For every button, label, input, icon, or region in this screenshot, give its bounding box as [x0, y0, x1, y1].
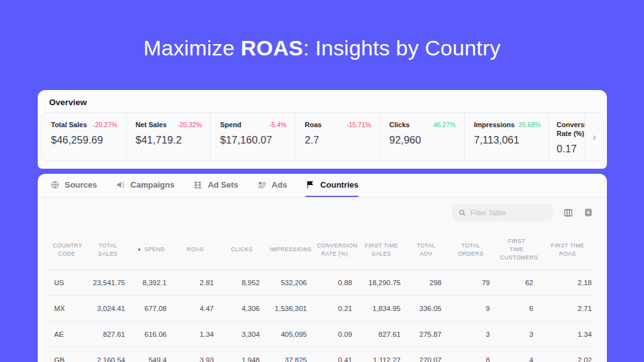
cell-first-time-sales: 827.61: [357, 322, 406, 348]
cell-impressions: 532,206: [265, 270, 312, 296]
cell-conversion-rate: 0.41: [312, 348, 357, 362]
column-header-first-time-sales[interactable]: First Time Sales: [357, 231, 406, 270]
metric-value: $17,160.07: [220, 134, 287, 146]
metric-card-spend: Spend-5.4%$17,160.07: [211, 113, 296, 161]
tab-bar: SourcesCampaignsAd SetsAdsCountries: [38, 174, 607, 197]
cell-first-time-sales: 1,834.95: [357, 296, 406, 322]
metric-label: Spend: [220, 121, 242, 130]
column-header-total-aov[interactable]: Total AOV: [406, 231, 447, 270]
metric-change-badge: -15.71%: [347, 121, 371, 128]
cell-country-code: US: [48, 270, 86, 296]
metric-label: Conversion Rate (%): [557, 121, 586, 139]
column-header-total-orders[interactable]: Total Orders: [447, 231, 495, 270]
cell-spend: 549.4: [130, 348, 172, 362]
metric-value: 7,113,061: [474, 134, 541, 146]
page-background: Maximize ROAS: Insights by Country Overv…: [0, 0, 644, 362]
cell-first-time-roas: 1.34: [538, 322, 597, 348]
table-row-gb: GB2,160.54549.43.931,94837,8250.411,112.…: [48, 348, 597, 362]
metric-card-roas: Roas-15.71%2.7: [296, 113, 380, 161]
cell-total-aov: 275.87: [406, 322, 447, 348]
cell-total-sales: 23,541.75: [86, 270, 130, 296]
column-header-spend[interactable]: ▼ Spend: [130, 231, 172, 270]
page-title-suffix: : Insights by Country: [303, 36, 501, 60]
column-header-total-sales[interactable]: Total Sales: [86, 231, 130, 270]
table-header-row: Country CodeTotal Sales▼ SpendRoasClicks…: [48, 231, 597, 270]
column-header-country-code[interactable]: Country Code: [48, 231, 86, 270]
metric-value: 2.7: [305, 134, 372, 146]
cell-impressions: 1,536,301: [265, 296, 312, 322]
grid-icon: [193, 180, 203, 189]
cell-spend: 616.06: [130, 322, 172, 348]
columns-button[interactable]: [563, 208, 574, 218]
cell-total-sales: 827.61: [86, 322, 130, 348]
cell-conversion-rate: 0.09: [312, 322, 357, 348]
metric-value: $41,719.2: [136, 134, 203, 146]
tab-label: Ads: [272, 180, 287, 189]
table-panel: SourcesCampaignsAd SetsAdsCountries Coun…: [38, 174, 607, 362]
export-file-icon: [584, 208, 593, 217]
filter-table-input[interactable]: [470, 209, 547, 217]
cell-first-time-customers: 62: [495, 270, 538, 296]
metric-value: 92,960: [389, 134, 456, 146]
cell-clicks: 3,304: [219, 322, 265, 348]
cell-first-time-customers: 3: [495, 322, 538, 348]
table-toolbar: [38, 197, 607, 227]
tab-label: Countries: [320, 180, 358, 189]
tab-campaigns[interactable]: Campaigns: [116, 174, 174, 197]
column-header-conversion-rate[interactable]: Conversion Rate (%): [312, 231, 357, 270]
metric-label: Roas: [305, 121, 322, 130]
metric-card-total-sales: Total Sales-20.27%$46,259.69: [42, 113, 126, 161]
columns-icon: [563, 208, 574, 218]
cell-clicks: 8,952: [219, 270, 265, 296]
table-row-ae: AE827.61616.061.343,304405,0950.09827.61…: [48, 322, 597, 348]
column-header-roas[interactable]: Roas: [172, 231, 219, 270]
tab-countries[interactable]: Countries: [306, 174, 358, 197]
countries-table: Country CodeTotal Sales▼ SpendRoasClicks…: [48, 231, 597, 362]
table-body: Country CodeTotal Sales▼ SpendRoasClicks…: [38, 197, 607, 362]
cell-roas: 1.34: [172, 322, 219, 348]
tab-ad-sets[interactable]: Ad Sets: [193, 174, 238, 197]
column-header-clicks[interactable]: Clicks: [219, 231, 265, 270]
tab-ads[interactable]: Ads: [257, 174, 287, 197]
overview-panel: Overview Total Sales-20.27%$46,259.69Net…: [38, 90, 607, 169]
cell-total-orders: 79: [447, 270, 495, 296]
cell-roas: 3.93: [172, 348, 219, 362]
column-header-first-time-customers[interactable]: First Time Customers: [495, 231, 538, 270]
cell-total-aov: 298: [406, 270, 447, 296]
page-title-bold: ROAS: [241, 36, 303, 60]
tab-sources[interactable]: Sources: [50, 174, 97, 197]
column-header-impressions[interactable]: Impressions: [265, 231, 312, 270]
metric-card-net-sales: Net Sales-20.32%$41,719.2: [126, 113, 211, 161]
cell-first-time-roas: 2.18: [538, 270, 597, 296]
export-button[interactable]: [584, 208, 593, 217]
flag-icon: [306, 180, 315, 189]
table-row-mx: MX3,024.41677.084.474,3061,536,3010.211,…: [48, 296, 597, 322]
metric-value: 0.17: [557, 143, 582, 155]
metric-label: Impressions: [474, 121, 515, 130]
cell-total-aov: 270.07: [406, 348, 447, 362]
metric-value: $46,259.69: [51, 134, 118, 146]
cell-spend: 677.08: [130, 296, 172, 322]
page-title-prefix: Maximize: [143, 36, 241, 60]
cell-spend: 8,392.1: [130, 270, 172, 296]
cell-country-code: GB: [48, 348, 86, 362]
metric-change-badge: 35.68%: [518, 121, 541, 128]
cell-clicks: 4,306: [219, 296, 265, 322]
metrics-next-button[interactable]: ›: [586, 113, 603, 161]
cell-impressions: 37,825: [265, 348, 312, 362]
metric-label: Clicks: [389, 121, 409, 130]
cell-impressions: 405,095: [265, 322, 312, 348]
metric-change-badge: -5.4%: [269, 121, 286, 128]
column-header-first-time-roas[interactable]: First Time Roas: [538, 231, 597, 270]
cell-first-time-sales: 18,290.75: [357, 270, 406, 296]
filter-table-search[interactable]: [452, 204, 553, 221]
cell-roas: 4.47: [172, 296, 219, 322]
tab-label: Ad Sets: [208, 180, 238, 189]
metric-change-badge: -20.32%: [177, 121, 202, 128]
cell-first-time-roas: 2.02: [538, 348, 597, 362]
tab-label: Sources: [65, 180, 97, 189]
metrics-row: Total Sales-20.27%$46,259.69Net Sales-20…: [41, 112, 604, 161]
cell-total-aov: 336.05: [406, 296, 447, 322]
metric-change-badge: -20.27%: [92, 121, 117, 128]
cell-country-code: MX: [48, 296, 86, 322]
